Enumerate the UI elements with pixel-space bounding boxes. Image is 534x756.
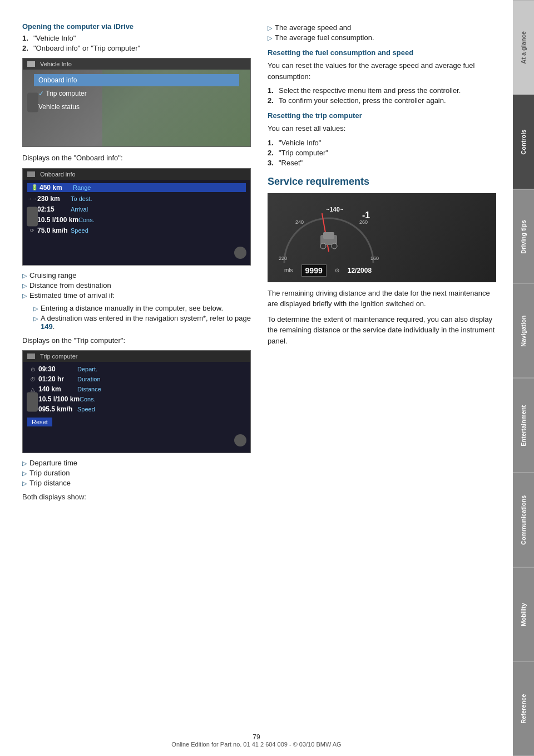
service-body-1: The remaining driving distance and the d… [268, 288, 496, 310]
reset-button[interactable]: Reset [27, 418, 52, 426]
sub-bullet-manual: ▷ Entering a distance manually in the co… [33, 304, 251, 312]
bullet-text: Distance from destination [29, 281, 111, 289]
step-text: Select the respective menu item and pres… [279, 86, 461, 95]
depart-label: Depart. [77, 366, 97, 372]
arrow-icon: ▷ [33, 315, 38, 331]
sidebar-tab-controls[interactable]: Controls [513, 95, 534, 189]
left-column: Opening the computer via iDrive 1. "Vehi… [22, 22, 251, 507]
arrow-icon: ▷ [33, 305, 38, 312]
step-num: 2. [268, 96, 275, 105]
bullet-text: The average fuel consumption. [275, 33, 374, 42]
vehicle-info-screen-wrapper: Vehicle Info Onboard info Trip computer … [22, 58, 251, 147]
vi-menu-onboard[interactable]: Onboard info [34, 74, 239, 86]
range-icon: 🔋 [29, 184, 39, 190]
sub-bullet-text: A destination was entered in the navigat… [41, 314, 251, 331]
onboard-bullet-list: ▷ Cruising range ▷ Distance from destina… [22, 271, 251, 300]
step-text: "Onboard info" or "Trip computer" [33, 44, 140, 52]
step-num: 1. [22, 34, 30, 42]
arrow-icon: ▷ [268, 35, 272, 42]
trip-reset-heading: Resetting the trip computer [268, 111, 496, 120]
onboard-header-label: Onboard info [40, 171, 76, 178]
speed-label-240: 240 [295, 219, 304, 225]
speed-label-140: ~140~ [326, 206, 344, 213]
trip-row-distance: △ 140 km Distance [27, 385, 246, 393]
trip-reset-body: You can reset all values: [268, 123, 496, 134]
gauge-bottom-panel: mls 9999 ⊙ 12/2008 [284, 264, 372, 277]
vehicle-info-header: Vehicle Info [23, 58, 250, 70]
step-num: 1. [268, 139, 275, 147]
depart-val: 09:30 [38, 365, 77, 373]
sidebar-tab-reference[interactable]: Reference [513, 661, 534, 756]
sidebar-tab-driving-tips[interactable]: Driving tips [513, 189, 534, 284]
onboard-row-range: 🔋 450 km Range [27, 183, 246, 192]
vi-menu-trip[interactable]: Trip computer [34, 87, 239, 100]
bullet-depart-time: ▷ Departure time [22, 459, 251, 467]
page-link-149[interactable]: 149 [41, 322, 53, 331]
trip-reset-steps: 1. "Vehicle Info" 2. "Trip computer" 3. … [268, 139, 496, 167]
trip-caption: Displays on the "Trip computer": [22, 335, 251, 346]
step-num: 2. [268, 149, 275, 157]
bullet-text: The average speed and [275, 23, 351, 32]
arrow-icon: ▷ [22, 282, 27, 289]
step-text: "Vehicle Info" [279, 139, 321, 147]
service-gauge-image: 220 240 ~140~ 260 160 [268, 193, 496, 282]
footer: 79 Online Edition for Part no. 01 41 2 6… [0, 733, 513, 748]
range-label: Range [73, 184, 91, 191]
date-value: 12/2008 [348, 267, 372, 274]
speed-label-220: 220 [279, 256, 287, 261]
vi-menu-status[interactable]: Vehicle status [34, 101, 239, 113]
gauge-svg: 220 240 ~140~ 260 160 [273, 196, 384, 274]
speed-icon: ⟳ [27, 228, 37, 233]
sidebar: At a glance Controls Driving tips Naviga… [513, 0, 534, 756]
onboard-row-speed: ⟳ 75.0 km/h Speed [27, 227, 246, 234]
bullet-distance: ▷ Distance from destination [22, 281, 251, 289]
fuel-steps: 1. Select the respective menu item and p… [268, 86, 496, 105]
onboard-row-arrival: ⊙ 02:15 Arrival [27, 205, 246, 213]
depart-icon: ⊙ [27, 366, 38, 372]
arrow-icon: ▷ [22, 460, 27, 467]
trip-computer-screen-wrapper: Trip computer ⊙ 09:30 Depart. ⏱ 01:20 hr [22, 350, 251, 453]
trip-row-cons: ⛽ 10.5 l/100 km Cons. [27, 395, 246, 403]
onboard-row-dest: →→ 230 km To dest. [27, 195, 246, 203]
speed-label-160: 160 [370, 256, 379, 261]
trip-row-duration: ⏱ 01:20 hr Duration [27, 375, 246, 383]
speed-label: Speed [71, 227, 88, 234]
bullet-trip-dist: ▷ Trip distance [22, 479, 251, 487]
bullet-cruising: ▷ Cruising range [22, 271, 251, 279]
cons-label: Cons. [78, 217, 95, 223]
opening-step-1: 1. "Vehicle Info" [22, 34, 251, 42]
vehicle-info-screen: Vehicle Info Onboard info Trip computer … [22, 58, 251, 147]
sidebar-tab-mobility[interactable]: Mobility [513, 567, 534, 662]
service-section: Service requirements 220 240 ~140~ 260 [268, 176, 496, 347]
fuel-step-2: 2. To confirm your selection, press the … [268, 96, 496, 105]
arrow-icon: ▷ [22, 292, 27, 300]
both-shows: Both displays show: [22, 492, 251, 503]
onboard-row-cons: ⛽ 10.5 l/100 km Cons. [27, 216, 246, 224]
fuel-heading: Resetting the fuel consumption and speed [268, 48, 496, 57]
tc-cons-val: 10.5 l/100 km [38, 395, 80, 403]
fuel-step-1: 1. Select the respective menu item and p… [268, 86, 496, 95]
arrival-val: 02:15 [37, 205, 71, 213]
sidebar-tab-at-a-glance[interactable]: At a glance [513, 0, 534, 95]
dest-icon: →→ [27, 196, 37, 202]
sidebar-tab-communications[interactable]: Communications [513, 473, 534, 567]
step-num: 3. [268, 159, 275, 167]
vi-header-label: Vehicle Info [40, 61, 72, 67]
right-column: ▷ The average speed and ▷ The average fu… [268, 22, 496, 507]
dest-val: 230 km [37, 195, 71, 203]
tc-speed-label: Speed [77, 406, 95, 413]
distance-icon: △ [27, 386, 38, 392]
two-column-layout: Opening the computer via iDrive 1. "Vehi… [22, 22, 496, 507]
mils-label: mls [284, 267, 293, 273]
distance-label: Distance [77, 386, 101, 392]
sidebar-tab-navigation[interactable]: Navigation [513, 283, 534, 378]
sub-bullet-text: Entering a distance manually in the comp… [41, 304, 223, 312]
sidebar-tab-entertainment[interactable]: Entertainment [513, 378, 534, 473]
arrow-icon: ▷ [22, 272, 27, 279]
trip-row-speed: ⟳ 095.5 km/h Speed [27, 405, 246, 413]
onboard-info-screen: Onboard info 🔋 450 km Range →→ 230 km [22, 168, 251, 266]
oil-icon: ⊙ [335, 267, 339, 273]
trip-header-label: Trip computer [40, 353, 77, 360]
page-number: 79 [253, 733, 260, 741]
distance-val: 140 km [38, 385, 77, 393]
